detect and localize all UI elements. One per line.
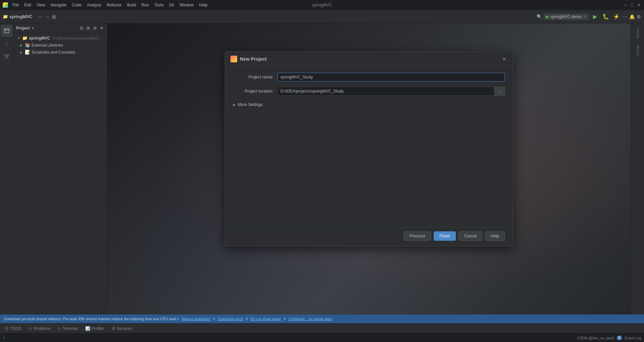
menu-code[interactable]: Code	[69, 2, 84, 8]
tree-arrow-scratches: ▶	[20, 51, 23, 54]
settings-icon[interactable]: ⚙	[636, 14, 641, 19]
project-name-input[interactable]	[277, 73, 505, 81]
configure-link[interactable]: Configure... (a minute ago)	[288, 317, 332, 321]
maximize-button[interactable]: □	[630, 3, 635, 7]
run-config-label: springMVC-demo	[550, 14, 582, 19]
project-title-arrow: ▼	[31, 26, 35, 30]
menu-tools[interactable]: Tools	[152, 2, 166, 8]
tree-item-springmvc[interactable]: ▼ 📁 springMVC D:\IDEA\projects\springMVC	[13, 35, 107, 42]
menu-run[interactable]: Run	[139, 2, 151, 8]
title-bar-left: File Edit View Navigate Code Analyze Ref…	[3, 2, 210, 8]
profiler-icon: 📊	[85, 326, 90, 331]
debug-button[interactable]: 🐛	[601, 12, 610, 21]
bottom-tabs-bar: ☰ TODO ⚠ Problems ▷ Terminal 📊 Profiler …	[0, 323, 644, 333]
status-ready-icon: ✓	[3, 336, 6, 340]
project-expand-all-icon[interactable]: ⊞	[86, 25, 91, 31]
minimize-button[interactable]: ─	[623, 3, 628, 7]
tab-problems-label: Problems	[34, 326, 51, 331]
menu-view[interactable]: View	[34, 2, 48, 8]
cancel-button[interactable]: Cancel	[459, 231, 482, 241]
run-configuration[interactable]: ▶ springMVC-demo ▼	[543, 13, 589, 20]
tree-item-external-libraries[interactable]: ▶ 📚 External Libraries	[13, 42, 107, 49]
sidebar-icon-commit[interactable]: ✓	[1, 38, 13, 50]
project-selector[interactable]: 📁 springMVC	[3, 14, 33, 19]
title-bar: File Edit View Navigate Code Analyze Ref…	[0, 0, 644, 10]
notifications-icon[interactable]: 🔔	[629, 14, 635, 19]
project-tree: ▼ 📁 springMVC D:\IDEA\projects\springMVC…	[13, 33, 107, 315]
project-location-input[interactable]	[277, 87, 494, 96]
menu-file[interactable]: File	[10, 2, 21, 8]
tab-problems[interactable]: ⚠ Problems	[25, 325, 54, 332]
dialog-footer: Previous Finish Cancel Help	[225, 227, 513, 246]
run-config-dropdown-icon: ▼	[583, 15, 586, 18]
recent-files-icon[interactable]: ⊞	[51, 14, 57, 19]
run-button[interactable]: ▶	[590, 12, 600, 21]
tab-terminal[interactable]: ▷ Terminal	[55, 325, 81, 332]
notification-badge: 1	[617, 336, 622, 340]
right-sidebar-maven-label[interactable]: Maven	[636, 25, 640, 41]
project-location-row: Project location: ...	[233, 87, 505, 96]
tree-arrow-springmvc: ▼	[17, 37, 21, 40]
intellij-logo-icon	[3, 2, 8, 8]
dialog-title-row: New Project	[230, 56, 267, 62]
more-settings-toggle[interactable]: ▶ More Settings	[233, 101, 505, 108]
right-sidebar-gradle-label[interactable]: Gradle	[636, 42, 640, 58]
sidebar-icon-project[interactable]	[1, 25, 13, 37]
status-bar: ✓ CSDN @lion_no_back 1 Event Log	[0, 333, 644, 342]
menu-window[interactable]: Window	[177, 2, 196, 8]
tab-services[interactable]: ⚙ Services	[108, 325, 136, 332]
terminal-icon: ▷	[58, 326, 61, 331]
tab-todo[interactable]: ☰ TODO	[1, 325, 24, 332]
tab-profiler[interactable]: 📊 Profiler	[82, 325, 108, 332]
forward-icon[interactable]: →	[45, 14, 50, 19]
project-name-row: Project name:	[233, 73, 505, 81]
do-not-show-link[interactable]: Do not show again	[251, 317, 281, 321]
right-sidebar: Maven Gradle	[631, 23, 644, 315]
menu-help[interactable]: Help	[197, 2, 210, 8]
svg-rect-3	[7, 54, 9, 56]
menu-navigate[interactable]: Navigate	[48, 2, 69, 8]
sidebar-icon-structure[interactable]	[1, 50, 13, 62]
tree-item-springmvc-label: springMVC	[29, 36, 50, 41]
project-title[interactable]: Project ▼	[16, 26, 35, 31]
new-project-dialog: New Project ✕ Project name: Project loca…	[225, 51, 513, 246]
previous-button[interactable]: Previous	[404, 231, 431, 241]
back-icon[interactable]: ←	[38, 14, 43, 19]
more-actions-icon[interactable]: ⋯	[623, 14, 628, 19]
svg-rect-2	[4, 54, 6, 56]
window-controls: ─ □ ✕	[623, 3, 641, 7]
project-panel: Project ▼ ⊟ ⊞ ⚙ ✕ ▼ 📁 springMVC D:\IDEA\…	[13, 23, 107, 315]
dialog-close-button[interactable]: ✕	[501, 56, 507, 62]
search-everywhere-icon[interactable]: 🔍	[537, 14, 542, 19]
project-settings-icon[interactable]: ⚙	[92, 25, 98, 31]
window-title: springMVC	[312, 3, 332, 7]
dialog-title-label: New Project	[240, 56, 267, 62]
event-log-label[interactable]: Event Log	[625, 336, 641, 340]
download-once-link[interactable]: Download once	[218, 317, 243, 321]
info-separator-2: //	[246, 317, 248, 321]
menu-refactor[interactable]: Refactor	[104, 2, 124, 8]
help-button[interactable]: Help	[485, 231, 505, 241]
project-close-icon[interactable]: ✕	[99, 25, 104, 31]
menu-git[interactable]: Git	[167, 2, 176, 8]
coverage-button[interactable]: ⚡	[612, 12, 621, 21]
project-location-label: Project location:	[233, 89, 273, 94]
menu-edit[interactable]: Edit	[22, 2, 34, 8]
tab-profiler-label: Profiler	[92, 326, 104, 331]
close-button[interactable]: ✕	[637, 3, 641, 7]
more-settings-arrow-icon: ▶	[233, 103, 236, 107]
project-panel-header: Project ▼ ⊟ ⊞ ⚙ ✕	[13, 23, 107, 33]
status-bar-right: CSDN @lion_no_back 1 Event Log	[577, 336, 641, 340]
menu-build[interactable]: Build	[125, 2, 139, 8]
tree-item-scratches[interactable]: ▶ 📝 Scratches and Consoles	[13, 49, 107, 56]
menu-bar: File Edit View Navigate Code Analyze Ref…	[10, 2, 210, 8]
finish-button[interactable]: Finish	[434, 231, 456, 241]
always-download-link[interactable]: Always download	[182, 317, 210, 321]
library-icon: 📚	[25, 43, 30, 48]
menu-analyze[interactable]: Analyze	[85, 2, 104, 8]
content-area: New Project ✕ Project name: Project loca…	[107, 23, 631, 315]
project-collapse-all-icon[interactable]: ⊟	[79, 25, 84, 31]
browse-button[interactable]: ...	[494, 87, 505, 96]
project-title-label: Project	[16, 26, 30, 31]
svg-rect-0	[4, 29, 9, 33]
